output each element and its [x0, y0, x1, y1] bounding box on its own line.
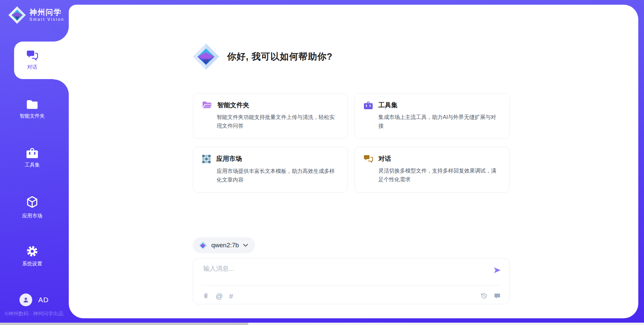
card-title: 对话	[378, 154, 391, 163]
attach-button[interactable]	[203, 292, 209, 300]
send-icon	[493, 266, 502, 275]
chevron-down-icon	[243, 244, 248, 247]
main-panel: 你好, 我可以如何帮助你? 智能文件夹 智能文件夹功能支持批量文件上传与清洗，轻…	[69, 5, 638, 318]
gear-icon	[26, 245, 39, 258]
folder-open-icon	[202, 101, 212, 110]
card-chat[interactable]: 对话 灵活切换多模型文件，支持多样回复效果调试，满足个性化需求	[355, 147, 509, 193]
history-icon	[480, 292, 488, 300]
sidebar-item-settings[interactable]: 系统设置	[0, 245, 64, 267]
brand-name: 神州问学	[30, 8, 64, 16]
card-title: 应用市场	[216, 154, 242, 163]
active-nav-fillet-bottom	[53, 79, 69, 95]
cube-icon	[26, 196, 39, 210]
message-input[interactable]	[203, 264, 479, 283]
mention-button[interactable]: @	[216, 292, 223, 300]
brand-logo: 神州问学 Smart Vision	[8, 6, 64, 24]
horizontal-scrollbar	[0, 323, 644, 325]
hash-icon: #	[229, 292, 233, 300]
chat-bubbles-icon	[364, 154, 373, 163]
page-title: 你好, 我可以如何帮助你?	[227, 51, 333, 63]
sidebar-item-label: 应用市场	[22, 213, 42, 219]
sidebar-item-toolset[interactable]: 工具集	[0, 147, 64, 168]
card-description: 集成市场上主流工具，助力AI与外界无缝扩展与对接	[378, 113, 500, 130]
diamond-logo-icon	[198, 241, 207, 250]
horizontal-scrollbar-thumb[interactable]	[0, 323, 248, 325]
grid-cube-icon	[202, 154, 211, 164]
feature-cards: 智能文件夹 智能文件夹功能支持批量文件上传与清洗，轻松实现文件问答 工具集 集成…	[193, 93, 509, 193]
sidebar-item-label: 工具集	[25, 162, 40, 168]
topic-button[interactable]: #	[229, 292, 233, 300]
folder-icon	[26, 99, 39, 110]
send-button[interactable]	[493, 266, 502, 276]
composer-right-tools	[480, 292, 501, 300]
card-title: 智能文件夹	[217, 101, 249, 110]
card-toolset[interactable]: 工具集 集成市场上主流工具，助力AI与外界无缝扩展与对接	[355, 93, 509, 139]
card-description: 智能文件夹功能支持批量文件上传与清洗，轻松实现文件问答	[217, 113, 339, 130]
sidebar-item-label: 对话	[27, 64, 37, 70]
chat-bubbles-icon	[26, 50, 38, 61]
model-name: qwen2:7b	[211, 242, 239, 249]
sidebar-item-app-market[interactable]: 应用市场	[0, 196, 64, 219]
greeting-block: 你好, 我可以如何帮助你?	[192, 43, 333, 70]
sidebar-item-label: 系统设置	[22, 261, 42, 267]
brand-subtitle: Smart Vision	[30, 17, 64, 22]
diamond-logo-icon	[8, 6, 26, 24]
composer: @ #	[193, 258, 509, 304]
card-description: 灵活切换多模型文件，支持多样回复效果调试，满足个性化需求	[378, 167, 500, 184]
sidebar-item-smart-folder[interactable]: 智能文件夹	[0, 99, 64, 119]
briefcase-icon	[26, 147, 39, 159]
user-account[interactable]: AD	[19, 294, 49, 306]
quick-chat-button[interactable]	[493, 292, 501, 300]
sidebar-item-chat[interactable]: 对话	[0, 50, 64, 70]
at-icon: @	[216, 292, 223, 300]
composer-toolbar: @ #	[203, 292, 233, 300]
card-description: 应用市场提供丰富长文本模板，助力高效生成多样化文章内容	[217, 167, 339, 184]
user-initials: AD	[38, 296, 49, 304]
model-selector[interactable]: qwen2:7b	[193, 237, 255, 253]
sidebar-item-label: 智能文件夹	[20, 113, 45, 119]
paperclip-icon	[203, 292, 209, 300]
person-icon	[22, 297, 29, 303]
card-app-market[interactable]: 应用市场 应用市场提供丰富长文本模板，助力高效生成多样化文章内容	[193, 147, 348, 193]
composer-divider	[201, 285, 501, 285]
diamond-logo-icon	[192, 43, 220, 70]
card-smart-folder[interactable]: 智能文件夹 智能文件夹功能支持批量文件上传与清洗，轻松实现文件问答	[193, 93, 348, 139]
briefcase-icon	[364, 101, 373, 110]
history-button[interactable]	[480, 292, 488, 300]
avatar	[19, 294, 32, 306]
sidebar-footer-text: ©神州数码 · 神州问学出品	[5, 311, 63, 317]
card-title: 工具集	[378, 101, 397, 110]
chat-bubble-icon	[493, 292, 501, 300]
active-nav-fillet-top	[53, 26, 69, 42]
